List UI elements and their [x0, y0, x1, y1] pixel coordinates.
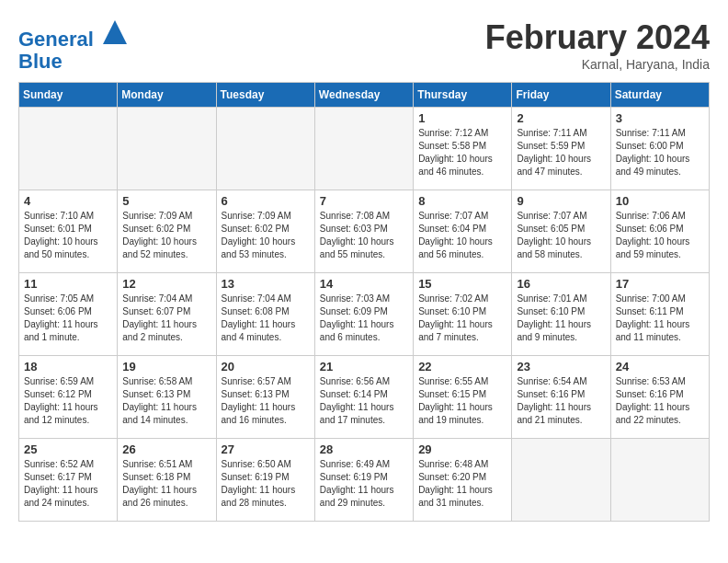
logo-general: General — [18, 28, 94, 51]
day-cell-27: 27Sunrise: 6:50 AM Sunset: 6:19 PM Dayli… — [216, 439, 314, 522]
day-cell-13: 13Sunrise: 7:04 AM Sunset: 6:08 PM Dayli… — [216, 273, 314, 356]
week-row-2: 4Sunrise: 7:10 AM Sunset: 6:01 PM Daylig… — [19, 190, 710, 273]
day-info: Sunrise: 6:56 AM Sunset: 6:14 PM Dayligh… — [320, 375, 408, 427]
day-cell-25: 25Sunrise: 6:52 AM Sunset: 6:17 PM Dayli… — [19, 439, 118, 522]
logo-icon — [101, 18, 129, 46]
day-info: Sunrise: 6:59 AM Sunset: 6:12 PM Dayligh… — [24, 375, 112, 427]
day-cell-17: 17Sunrise: 7:00 AM Sunset: 6:11 PM Dayli… — [610, 273, 709, 356]
day-header-friday: Friday — [512, 83, 610, 108]
day-cell-11: 11Sunrise: 7:05 AM Sunset: 6:06 PM Dayli… — [19, 273, 118, 356]
empty-cell — [512, 439, 610, 522]
calendar-body: 1Sunrise: 7:12 AM Sunset: 5:58 PM Daylig… — [19, 108, 710, 522]
title-block: February 2024 Karnal, Haryana, India — [485, 18, 710, 72]
day-number: 11 — [24, 277, 112, 291]
day-number: 7 — [320, 194, 408, 208]
day-header-monday: Monday — [118, 83, 216, 108]
calendar-header-row: SundayMondayTuesdayWednesdayThursdayFrid… — [19, 83, 710, 108]
empty-cell — [19, 108, 118, 190]
day-number: 1 — [418, 111, 506, 125]
empty-cell — [314, 108, 413, 190]
day-info: Sunrise: 6:50 AM Sunset: 6:19 PM Dayligh… — [222, 458, 310, 510]
month-title: February 2024 — [485, 18, 710, 57]
day-cell-28: 28Sunrise: 6:49 AM Sunset: 6:19 PM Dayli… — [314, 439, 413, 522]
week-row-4: 18Sunrise: 6:59 AM Sunset: 6:12 PM Dayli… — [19, 356, 710, 439]
day-number: 22 — [418, 360, 506, 373]
day-cell-1: 1Sunrise: 7:12 AM Sunset: 5:58 PM Daylig… — [414, 108, 512, 190]
day-number: 6 — [222, 194, 310, 208]
day-info: Sunrise: 7:06 AM Sunset: 6:06 PM Dayligh… — [616, 210, 704, 261]
day-info: Sunrise: 6:53 AM Sunset: 6:16 PM Dayligh… — [616, 375, 704, 427]
day-cell-15: 15Sunrise: 7:02 AM Sunset: 6:10 PM Dayli… — [414, 273, 512, 356]
day-cell-16: 16Sunrise: 7:01 AM Sunset: 6:10 PM Dayli… — [512, 273, 610, 356]
day-info: Sunrise: 6:54 AM Sunset: 6:16 PM Dayligh… — [517, 375, 605, 427]
day-header-saturday: Saturday — [610, 83, 709, 108]
day-number: 9 — [517, 194, 605, 208]
location: Karnal, Haryana, India — [485, 57, 710, 72]
day-info: Sunrise: 6:48 AM Sunset: 6:20 PM Dayligh… — [418, 458, 506, 510]
day-info: Sunrise: 6:58 AM Sunset: 6:13 PM Dayligh… — [122, 375, 210, 427]
empty-cell — [610, 439, 709, 522]
day-cell-7: 7Sunrise: 7:08 AM Sunset: 6:03 PM Daylig… — [314, 190, 413, 273]
day-info: Sunrise: 7:04 AM Sunset: 6:07 PM Dayligh… — [122, 293, 210, 344]
empty-cell — [216, 108, 314, 190]
day-cell-3: 3Sunrise: 7:11 AM Sunset: 6:00 PM Daylig… — [610, 108, 709, 190]
day-number: 19 — [122, 360, 210, 373]
day-header-sunday: Sunday — [19, 83, 118, 108]
day-cell-19: 19Sunrise: 6:58 AM Sunset: 6:13 PM Dayli… — [118, 356, 216, 439]
day-info: Sunrise: 6:57 AM Sunset: 6:13 PM Dayligh… — [222, 375, 310, 427]
day-cell-8: 8Sunrise: 7:07 AM Sunset: 6:04 PM Daylig… — [414, 190, 512, 273]
day-info: Sunrise: 7:10 AM Sunset: 6:01 PM Dayligh… — [24, 210, 112, 261]
day-number: 13 — [222, 277, 310, 291]
day-cell-6: 6Sunrise: 7:09 AM Sunset: 6:02 PM Daylig… — [216, 190, 314, 273]
day-number: 29 — [418, 442, 506, 456]
day-number: 26 — [122, 442, 210, 456]
day-info: Sunrise: 7:04 AM Sunset: 6:08 PM Dayligh… — [222, 293, 310, 344]
day-cell-29: 29Sunrise: 6:48 AM Sunset: 6:20 PM Dayli… — [414, 439, 512, 522]
day-info: Sunrise: 7:00 AM Sunset: 6:11 PM Dayligh… — [616, 293, 704, 344]
day-cell-26: 26Sunrise: 6:51 AM Sunset: 6:18 PM Dayli… — [118, 439, 216, 522]
day-number: 3 — [616, 111, 704, 125]
day-number: 24 — [616, 360, 704, 373]
day-number: 20 — [222, 360, 310, 373]
day-cell-21: 21Sunrise: 6:56 AM Sunset: 6:14 PM Dayli… — [314, 356, 413, 439]
logo-blue: Blue — [18, 50, 63, 73]
day-number: 16 — [517, 277, 605, 291]
day-header-tuesday: Tuesday — [216, 83, 314, 108]
day-number: 2 — [517, 111, 605, 125]
day-info: Sunrise: 7:08 AM Sunset: 6:03 PM Dayligh… — [320, 210, 408, 261]
week-row-5: 25Sunrise: 6:52 AM Sunset: 6:17 PM Dayli… — [19, 439, 710, 522]
day-cell-10: 10Sunrise: 7:06 AM Sunset: 6:06 PM Dayli… — [610, 190, 709, 273]
day-number: 15 — [418, 277, 506, 291]
day-number: 8 — [418, 194, 506, 208]
day-cell-24: 24Sunrise: 6:53 AM Sunset: 6:16 PM Dayli… — [610, 356, 709, 439]
logo: General Blue — [18, 18, 129, 73]
day-info: Sunrise: 7:02 AM Sunset: 6:10 PM Dayligh… — [418, 293, 506, 344]
day-info: Sunrise: 7:07 AM Sunset: 6:05 PM Dayligh… — [517, 210, 605, 261]
day-number: 28 — [320, 442, 408, 456]
day-cell-9: 9Sunrise: 7:07 AM Sunset: 6:05 PM Daylig… — [512, 190, 610, 273]
day-cell-20: 20Sunrise: 6:57 AM Sunset: 6:13 PM Dayli… — [216, 356, 314, 439]
day-cell-18: 18Sunrise: 6:59 AM Sunset: 6:12 PM Dayli… — [19, 356, 118, 439]
day-number: 5 — [122, 194, 210, 208]
day-number: 27 — [222, 442, 310, 456]
day-info: Sunrise: 7:03 AM Sunset: 6:09 PM Dayligh… — [320, 293, 408, 344]
day-number: 18 — [24, 360, 112, 373]
day-info: Sunrise: 6:49 AM Sunset: 6:19 PM Dayligh… — [320, 458, 408, 510]
day-number: 12 — [122, 277, 210, 291]
day-number: 14 — [320, 277, 408, 291]
day-number: 21 — [320, 360, 408, 373]
day-info: Sunrise: 7:11 AM Sunset: 6:00 PM Dayligh… — [616, 127, 704, 178]
day-info: Sunrise: 7:12 AM Sunset: 5:58 PM Dayligh… — [418, 127, 506, 178]
day-cell-5: 5Sunrise: 7:09 AM Sunset: 6:02 PM Daylig… — [118, 190, 216, 273]
day-cell-2: 2Sunrise: 7:11 AM Sunset: 5:59 PM Daylig… — [512, 108, 610, 190]
day-header-thursday: Thursday — [414, 83, 512, 108]
day-cell-23: 23Sunrise: 6:54 AM Sunset: 6:16 PM Dayli… — [512, 356, 610, 439]
day-info: Sunrise: 7:09 AM Sunset: 6:02 PM Dayligh… — [122, 210, 210, 261]
day-info: Sunrise: 6:52 AM Sunset: 6:17 PM Dayligh… — [24, 458, 112, 510]
page-header: General Blue February 2024 Karnal, Harya… — [18, 18, 710, 73]
day-cell-22: 22Sunrise: 6:55 AM Sunset: 6:15 PM Dayli… — [414, 356, 512, 439]
week-row-3: 11Sunrise: 7:05 AM Sunset: 6:06 PM Dayli… — [19, 273, 710, 356]
svg-marker-0 — [103, 20, 127, 44]
day-info: Sunrise: 7:01 AM Sunset: 6:10 PM Dayligh… — [517, 293, 605, 344]
day-info: Sunrise: 7:05 AM Sunset: 6:06 PM Dayligh… — [24, 293, 112, 344]
